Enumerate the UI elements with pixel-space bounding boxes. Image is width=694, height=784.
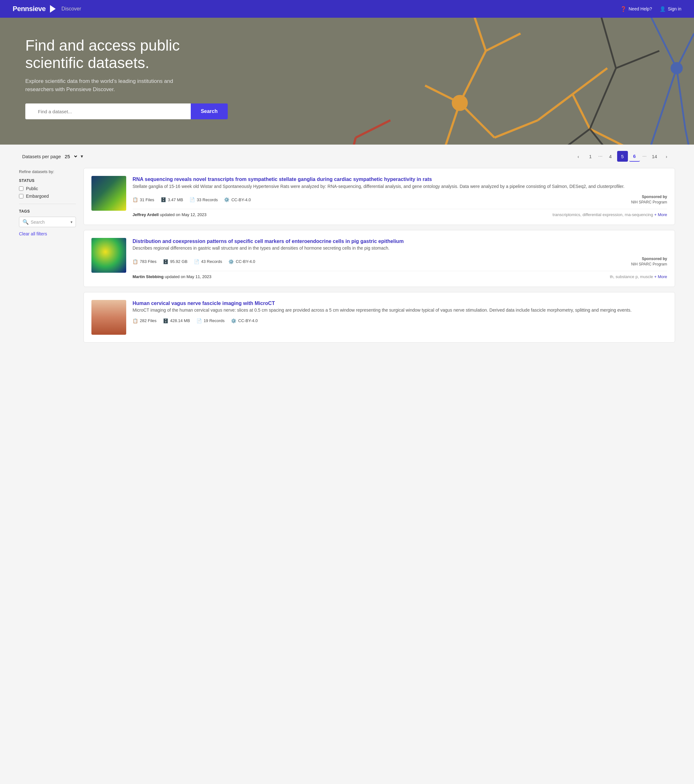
dataset-footer: Jeffrey Ardell updated on May 12, 2023 t…	[133, 209, 667, 217]
size-icon: 🗄️	[163, 259, 168, 264]
help-label: Need Help?	[628, 6, 652, 12]
dataset-stats: 📋 783 Files 🗄️ 95.92 GB 📄 43 Records	[133, 259, 255, 264]
dataset-thumbnail	[91, 238, 126, 273]
more-tags-button[interactable]: + More	[654, 274, 667, 279]
page-4-button[interactable]: 4	[605, 151, 616, 162]
page-1-button[interactable]: 1	[585, 151, 595, 162]
svg-line-28	[651, 18, 677, 68]
dataset-info: RNA sequencing reveals novel transcripts…	[133, 176, 667, 217]
tags-text: transcriptomics, differential expression…	[553, 212, 653, 217]
files-icon: 📋	[133, 318, 138, 323]
records-count: 43 Records	[201, 259, 222, 264]
svg-line-3	[486, 33, 521, 51]
dataset-description: MicroCT imaging of the human cervical va…	[133, 307, 667, 314]
license-stat: ⚙️ CC-BY-4.0	[231, 318, 258, 323]
page-next-button[interactable]: ›	[661, 151, 672, 162]
embargoed-label: Embargoed	[26, 194, 49, 199]
svg-line-20	[616, 51, 659, 68]
size-stat: 🗄️ 95.92 GB	[163, 259, 187, 264]
status-public-checkbox[interactable]: Public	[19, 186, 76, 191]
embargoed-checkbox-input[interactable]	[19, 194, 23, 198]
filter-divider	[19, 204, 76, 204]
license-stat: ⚙️ CC-BY-4.0	[229, 259, 255, 264]
per-page-label: Datasets per page	[22, 154, 61, 159]
records-stat: 📄 43 Records	[194, 259, 222, 264]
records-stat: 📄 19 Records	[196, 318, 225, 323]
signin-link[interactable]: 👤 Sign in	[659, 6, 681, 12]
sponsored-block: Sponsored by NIH SPARC Program	[631, 256, 667, 267]
records-icon: 📄	[189, 197, 195, 202]
files-stat: 📋 282 Files	[133, 318, 156, 323]
search-input-wrapper: 🔍	[25, 104, 191, 119]
page-dots-2: ···	[641, 153, 648, 159]
files-stat: 📋 783 Files	[133, 259, 156, 264]
svg-line-4	[460, 51, 486, 103]
page-6-button[interactable]: 6	[629, 151, 640, 162]
license-icon: ⚙️	[231, 318, 236, 323]
dataset-title[interactable]: RNA sequencing reveals novel transcripts…	[133, 176, 432, 182]
search-input[interactable]	[25, 104, 191, 119]
user-icon: 👤	[659, 6, 666, 12]
main-content: Datasets per page 25 50 100 ▾ ‹ 1 ··· 4 …	[0, 145, 694, 355]
page-prev-button[interactable]: ‹	[573, 151, 584, 162]
per-page-selector[interactable]: Datasets per page 25 50 100 ▾	[22, 153, 83, 160]
license-value: CC-BY-4.0	[238, 318, 258, 323]
updated-text: updated on May 11, 2023	[165, 274, 211, 279]
files-icon: 📋	[133, 197, 138, 202]
tags-text: th, substance p, muscle	[610, 274, 653, 279]
sponsor-name: NIH SPARC Program	[631, 199, 667, 205]
dataset-info: Human cervical vagus nerve fascicle imag…	[133, 300, 667, 335]
site-header: Pennsieve Discover ❓ Need Help? 👤 Sign i…	[0, 0, 694, 18]
per-page-select[interactable]: 25 50 100	[64, 153, 78, 160]
status-embargoed-checkbox[interactable]: Embargoed	[19, 194, 76, 199]
files-stat: 📋 31 Files	[133, 197, 155, 202]
pagination-row: Datasets per page 25 50 100 ▾ ‹ 1 ··· 4 …	[19, 151, 675, 162]
size-icon: 🗄️	[161, 197, 166, 202]
dataset-info: Distribution and coexpression patterns o…	[133, 238, 667, 279]
pagination-controls: ‹ 1 ··· 4 5 6 ··· 14 ›	[573, 151, 672, 162]
tags-search-icon: 🔍	[23, 219, 29, 225]
sidebar: Refine datasets by: STATUS Public Embarg…	[19, 168, 76, 342]
svg-line-12	[572, 94, 590, 129]
page-5-button[interactable]: 5	[617, 151, 628, 162]
records-count: 33 Records	[197, 198, 218, 202]
logo-arrow-icon	[50, 5, 56, 13]
svg-line-30	[677, 68, 685, 129]
svg-line-33	[642, 120, 659, 145]
tags-search-box[interactable]: 🔍 Search ▾	[19, 217, 76, 227]
page-14-button[interactable]: 14	[649, 151, 660, 162]
author-name: Jeffrey Ardell	[133, 212, 159, 217]
dataset-title[interactable]: Human cervical vagus nerve fascicle imag…	[133, 301, 275, 306]
svg-line-9	[494, 120, 538, 138]
status-section-title: STATUS	[19, 178, 76, 183]
more-tags-button[interactable]: + More	[654, 212, 667, 217]
size-icon: 🗄️	[163, 318, 168, 323]
license-stat: ⚙️ CC-BY-4.0	[224, 197, 251, 202]
section-label: Discover	[61, 6, 81, 12]
size-value: 3.47 MB	[168, 198, 183, 202]
sponsored-label: Sponsored by	[631, 256, 667, 262]
sponsor-name: NIH SPARC Program	[631, 262, 667, 267]
header-logo-area: Pennsieve Discover	[13, 5, 81, 13]
dataset-card: RNA sequencing reveals novel transcripts…	[84, 168, 675, 225]
records-stat: 📄 33 Records	[189, 197, 218, 202]
help-link[interactable]: ❓ Need Help?	[620, 6, 652, 12]
dataset-list: RNA sequencing reveals novel transcripts…	[84, 168, 675, 342]
hero-decoration	[0, 18, 694, 145]
dataset-card: Human cervical vagus nerve fascicle imag…	[84, 292, 675, 343]
dataset-title[interactable]: Distribution and coexpression patterns o…	[133, 239, 404, 244]
footer-tags: transcriptomics, differential expression…	[553, 212, 667, 217]
help-icon: ❓	[620, 6, 627, 12]
records-count: 19 Records	[204, 318, 225, 323]
page-dots-1: ···	[597, 153, 604, 159]
clear-filters-button[interactable]: Clear all filters	[19, 231, 47, 236]
per-page-chevron: ▾	[81, 153, 83, 159]
public-checkbox-input[interactable]	[19, 186, 23, 191]
dataset-description: Stellate ganglia of 15-16 week old Wista…	[133, 183, 667, 190]
svg-line-22	[555, 129, 590, 145]
license-icon: ⚙️	[229, 259, 234, 264]
sponsored-label: Sponsored by	[631, 194, 667, 199]
svg-line-2	[469, 18, 486, 51]
author-updated: Martin Stebbing updated on May 11, 2023	[133, 274, 211, 279]
files-icon: 📋	[133, 259, 138, 264]
